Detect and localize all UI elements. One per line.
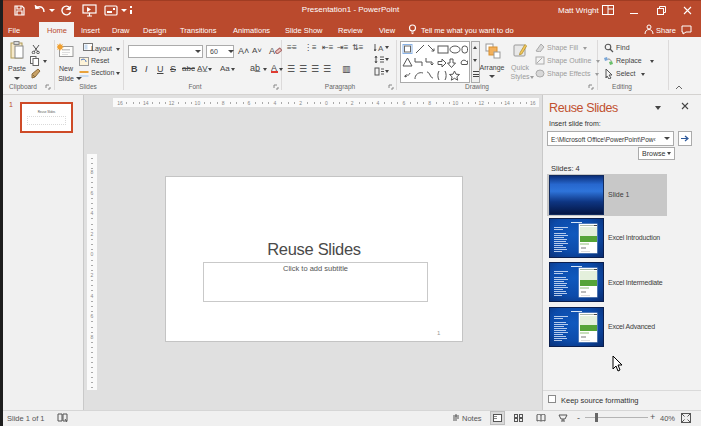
svg-text:A: A bbox=[378, 44, 384, 52]
